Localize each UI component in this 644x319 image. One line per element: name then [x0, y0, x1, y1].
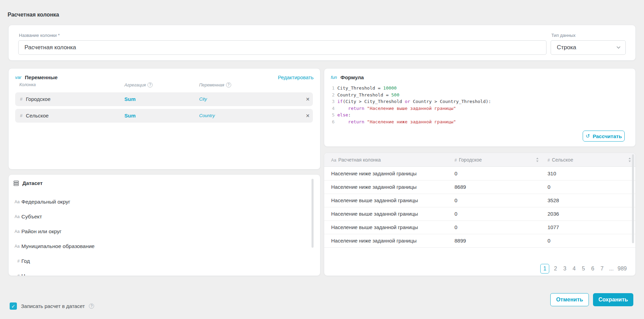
string-type-icon: Аа [9, 214, 20, 219]
variable-aggregation[interactable]: Sum [124, 109, 136, 123]
number-type-icon: # [454, 158, 457, 163]
data-type-select[interactable]: Строка [551, 40, 626, 55]
code-line: 3if(City > City_Threshold or Country > C… [330, 98, 491, 105]
sort-icon[interactable] [628, 157, 631, 162]
variables-card: var Переменные Редактировать Колонка Агр… [8, 68, 320, 169]
line-number: 1 [330, 85, 335, 92]
result-column-label: Сельское [552, 157, 573, 163]
result-cell: 0 [454, 167, 457, 180]
result-cell: Население ниже заданной границы [331, 181, 417, 194]
variable-name: City [199, 92, 207, 106]
calculate-label: Рассчитать [593, 133, 622, 139]
pagination: 1234567...989 [540, 264, 627, 274]
dataset-field-item[interactable]: АаРайон или округ [9, 224, 320, 239]
code-token: (City > City_Threshold [343, 98, 405, 105]
column-header-aggregation: Агрегация [124, 83, 146, 88]
pagination-page[interactable]: 989 [617, 266, 627, 272]
result-table-row: Население выше заданной границы01077 [324, 221, 635, 234]
line-number: 4 [330, 105, 335, 112]
result-cell: 3528 [548, 194, 559, 207]
code-token: Country > Country_Threshold): [410, 98, 491, 105]
variable-column-name: Сельское [26, 109, 49, 123]
remove-variable-icon[interactable]: ✕ [303, 109, 313, 123]
dataset-field-item[interactable]: АаСубъект [9, 209, 320, 224]
edit-variables-link[interactable]: Редактировать [278, 74, 314, 80]
variables-title: Переменные [25, 74, 58, 80]
code-line: 1City_Threshold = 10000 [330, 85, 491, 92]
var-tag: var [15, 75, 21, 80]
code-token: : [348, 112, 351, 119]
result-cell: 0 [454, 221, 457, 234]
column-name-label: Название колонки * [19, 33, 60, 38]
result-cell: 8899 [454, 234, 466, 247]
dataset-field-label: Федеральный округ [21, 199, 70, 205]
write-to-dataset-checkbox[interactable]: ✓ [10, 302, 17, 310]
remove-variable-icon[interactable]: ✕ [303, 92, 313, 106]
column-name-input[interactable] [18, 40, 546, 55]
line-number: 2 [330, 92, 335, 99]
number-type-icon: # [20, 92, 22, 106]
write-to-dataset-label: Записать расчет в датасет [21, 303, 85, 309]
code-line: 4 return "Население выше заданной границ… [330, 105, 491, 112]
result-column-header: #Сельское [548, 153, 573, 167]
help-icon[interactable]: ? [147, 82, 153, 88]
help-icon[interactable]: ? [226, 82, 231, 88]
dataset-field-item[interactable]: #Н [9, 268, 320, 276]
code-token: City_Threshold = [337, 85, 383, 92]
cancel-button[interactable]: Отменить [550, 293, 589, 306]
result-cell: 2036 [548, 207, 559, 220]
variable-aggregation[interactable]: Sum [124, 92, 136, 106]
result-cell: Население выше заданной границы [331, 194, 418, 207]
result-cell: 0 [454, 207, 457, 220]
result-table-row: Население ниже заданной границы86890 [324, 181, 635, 194]
result-table-header: АаРасчетная колонка#Городское#Сельское [324, 153, 635, 167]
result-table-rows: Население ниже заданной границы0310Насел… [324, 167, 635, 248]
dataset-field-item[interactable]: АаМуниципальное образование [9, 239, 320, 254]
pagination-page[interactable]: 6 [590, 266, 596, 272]
result-column-label: Городское [459, 157, 482, 163]
table-scrollbar[interactable] [632, 154, 634, 243]
column-header-column: Колонка [19, 82, 36, 87]
pagination-page[interactable]: 5 [580, 266, 586, 272]
string-type-icon: Аа [9, 244, 20, 249]
refresh-icon: ↺ [585, 133, 590, 139]
result-table-row: Население выше заданной границы03528 [324, 194, 635, 207]
result-column-label: Расчетная колонка [338, 157, 381, 163]
dataset-field-item[interactable]: #Год [9, 254, 320, 268]
line-number: 6 [330, 119, 335, 125]
result-cell: Население ниже заданной границы [331, 167, 417, 180]
help-icon[interactable]: ? [89, 303, 94, 309]
dataset-title: Датасет [22, 180, 43, 186]
page-title: Расчетная колонка [8, 12, 59, 18]
dataset-field-label: Субъект [21, 214, 42, 220]
code-line: 6 return "Население ниже заданной границ… [330, 119, 491, 125]
chevron-down-icon [616, 46, 621, 49]
result-cell: 1077 [548, 221, 559, 234]
result-cell: 310 [548, 167, 556, 180]
save-button[interactable]: Сохранить [593, 293, 633, 306]
result-cell: 8689 [454, 181, 466, 194]
sort-icon[interactable] [536, 157, 539, 162]
pagination-ellipsis: ... [608, 266, 614, 272]
dataset-field-label: Н [21, 273, 25, 276]
pagination-page[interactable]: 1 [540, 264, 549, 274]
code-token: if [337, 98, 343, 105]
code-token: return [348, 119, 364, 125]
code-token: "Население ниже заданной границы" [367, 119, 456, 125]
result-cell: 0 [454, 194, 457, 207]
formula-editor[interactable]: 1City_Threshold = 100002Country_Threshol… [330, 85, 491, 125]
column-settings-card: Название колонки * Тип данных Строка [8, 25, 636, 61]
dataset-scrollbar[interactable] [311, 179, 314, 248]
pagination-page[interactable]: 4 [571, 266, 577, 272]
pagination-page[interactable]: 2 [552, 266, 559, 272]
result-cell: 0 [548, 234, 550, 247]
string-type-icon: Аа [9, 229, 20, 234]
result-cell: Население ниже заданной границы [331, 234, 417, 247]
string-type-icon: Аа [9, 199, 20, 204]
variables-rows: #ГородскоеSumCity✕#СельскоеSumCountry✕ [15, 92, 313, 125]
pagination-page[interactable]: 7 [599, 266, 605, 272]
pagination-page[interactable]: 3 [562, 266, 568, 272]
formula-card: fun Формула 1City_Threshold = 100002Coun… [324, 68, 636, 147]
calculate-button[interactable]: ↺ Рассчитать [583, 131, 625, 142]
dataset-field-item[interactable]: АаФедеральный округ [9, 194, 320, 209]
